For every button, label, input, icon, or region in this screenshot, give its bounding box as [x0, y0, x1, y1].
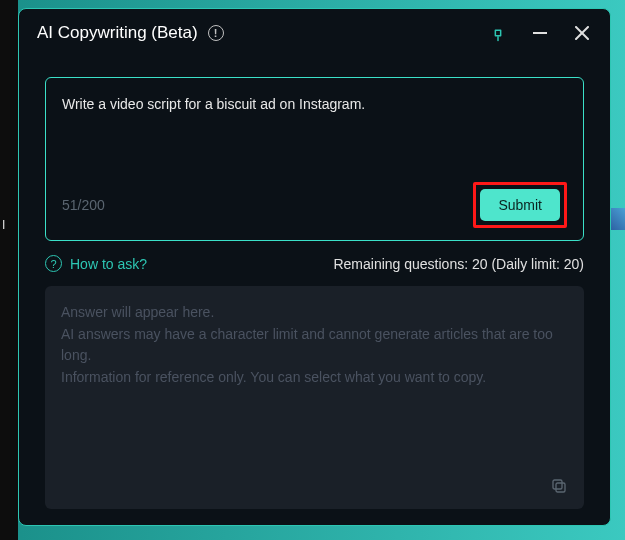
pin-icon[interactable]	[488, 23, 508, 43]
submit-highlight: Submit	[473, 182, 567, 228]
prompt-text[interactable]: Write a video script for a biscuit ad on…	[62, 94, 567, 174]
how-to-ask-label: How to ask?	[70, 256, 147, 272]
input-footer: 51/200 Submit	[62, 182, 567, 228]
content-area: Write a video script for a biscuit ad on…	[19, 57, 610, 525]
background-strip-left: I	[0, 0, 18, 540]
header: AI Copywriting (Beta) !	[19, 9, 610, 57]
answer-placeholder: Answer will appear here. AI answers may …	[61, 302, 568, 389]
answer-line-2: AI answers may have a character limit an…	[61, 324, 568, 367]
prompt-input-box[interactable]: Write a video script for a biscuit ad on…	[45, 77, 584, 241]
question-icon: ?	[45, 255, 62, 272]
submit-button[interactable]: Submit	[480, 189, 560, 221]
answer-box: Answer will appear here. AI answers may …	[45, 286, 584, 509]
answer-line-1: Answer will appear here.	[61, 302, 568, 324]
panel-title: AI Copywriting (Beta)	[37, 23, 198, 43]
remaining-questions: Remaining questions: 20 (Daily limit: 20…	[333, 256, 584, 272]
how-to-ask-link[interactable]: ? How to ask?	[45, 255, 147, 272]
info-icon[interactable]: !	[208, 25, 224, 41]
mid-row: ? How to ask? Remaining questions: 20 (D…	[45, 255, 584, 272]
character-count: 51/200	[62, 197, 105, 213]
svg-rect-4	[553, 480, 562, 489]
main-panel: AI Copywriting (Beta) ! Write a video sc…	[18, 8, 611, 526]
minimize-button[interactable]	[530, 23, 550, 43]
copy-icon[interactable]	[550, 477, 570, 497]
background-label: I	[2, 218, 5, 232]
svg-rect-3	[556, 483, 565, 492]
close-button[interactable]	[572, 23, 592, 43]
answer-line-3: Information for reference only. You can …	[61, 367, 568, 389]
